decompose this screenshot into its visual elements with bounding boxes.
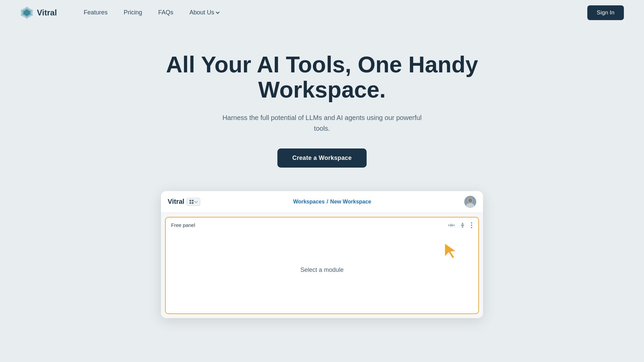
resize-horizontal-icon[interactable] — [448, 222, 455, 228]
workspace-dropdown-chevron-icon — [194, 199, 198, 203]
breadcrumb-current-page: New Workspace — [330, 199, 371, 205]
logo-link[interactable]: Vitral — [20, 6, 57, 19]
adjust-vertical-icon[interactable] — [460, 222, 466, 228]
app-preview: Vitral Workspaces / New Workspace — [161, 191, 483, 318]
signin-button[interactable]: Sign In — [587, 5, 624, 20]
hero-section: All Your AI Tools, One Handy Workspace. … — [0, 25, 644, 184]
workspace-icon-button[interactable] — [186, 198, 200, 206]
nav-pricing[interactable]: Pricing — [124, 9, 142, 16]
breadcrumb-separator: / — [327, 199, 328, 205]
more-options-icon[interactable] — [470, 222, 473, 228]
nav-links: Features Pricing FAQs About Us — [84, 9, 219, 16]
app-logo-text: Vitral — [168, 198, 184, 205]
free-panel-title: Free panel — [171, 222, 195, 228]
logo-text: Vitral — [37, 8, 57, 17]
app-topbar: Vitral Workspaces / New Workspace — [161, 191, 483, 213]
navbar: Vitral Features Pricing FAQs About Us Si… — [0, 0, 644, 25]
svg-point-9 — [468, 198, 472, 202]
cursor-icon — [443, 242, 458, 261]
vitral-logo-icon — [20, 6, 34, 19]
free-panel: Free panel — [165, 217, 479, 314]
free-panel-content: Select a module — [166, 232, 478, 309]
free-panel-wrapper: Free panel — [161, 213, 483, 318]
app-preview-container: Vitral Workspaces / New Workspace — [0, 191, 644, 318]
about-us-chevron-icon — [216, 10, 219, 14]
nav-about-us[interactable]: About Us — [190, 9, 219, 16]
breadcrumb: Workspaces / New Workspace — [200, 199, 464, 205]
nav-faqs[interactable]: FAQs — [158, 9, 173, 16]
free-panel-header: Free panel — [166, 218, 478, 232]
grid-icon — [190, 200, 194, 204]
create-workspace-button[interactable]: Create a Workspace — [277, 148, 366, 168]
hero-title: All Your AI Tools, One Handy Workspace. — [138, 52, 506, 102]
breadcrumb-workspaces-link[interactable]: Workspaces — [293, 199, 325, 205]
user-avatar[interactable] — [464, 196, 476, 208]
svg-marker-15 — [445, 243, 456, 258]
nav-features[interactable]: Features — [84, 9, 108, 16]
hero-subtitle: Harness the full potential of LLMs and A… — [221, 112, 423, 134]
avatar-image — [464, 196, 476, 208]
select-module-label: Select a module — [300, 266, 343, 274]
free-panel-actions — [448, 222, 473, 228]
